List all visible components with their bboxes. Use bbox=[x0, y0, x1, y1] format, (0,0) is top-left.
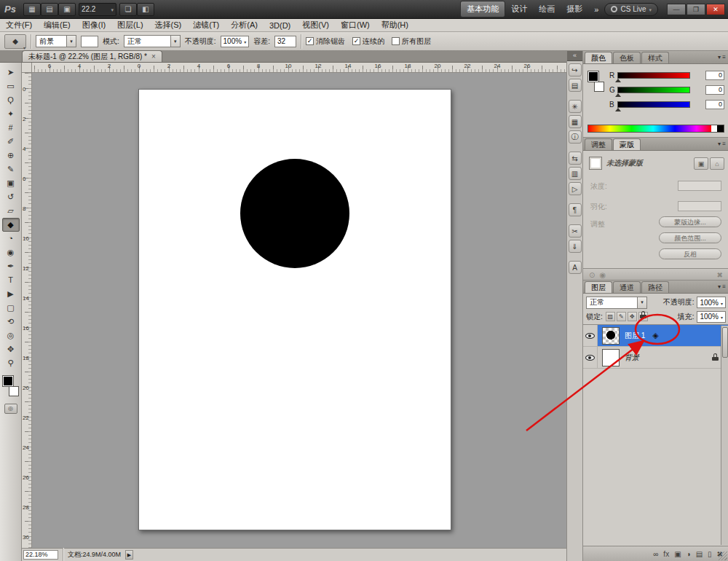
visibility-cell[interactable] bbox=[583, 347, 598, 368]
menu-item[interactable]: 图像(I) bbox=[76, 20, 111, 31]
fill-source-dropdown[interactable]: 前景 bbox=[36, 35, 76, 47]
resize-grip[interactable] bbox=[719, 552, 727, 560]
menu-item[interactable]: 图层(L) bbox=[111, 20, 149, 31]
layer-fill-field[interactable]: 100% bbox=[697, 311, 726, 323]
add-pixel-mask-icon[interactable]: ▣ bbox=[694, 157, 708, 170]
option-checkbox[interactable] bbox=[306, 37, 314, 45]
document-page[interactable] bbox=[138, 89, 451, 530]
layer-thumbnail[interactable] bbox=[602, 327, 620, 345]
workspace-button[interactable]: 绘画 bbox=[533, 1, 561, 17]
color-slider[interactable] bbox=[617, 72, 690, 79]
3d-camera-tool[interactable]: ◎ bbox=[2, 329, 20, 342]
layer-name[interactable]: 背景 bbox=[625, 353, 639, 363]
menu-item[interactable]: 滤镜(T) bbox=[187, 20, 225, 31]
info-panel-icon[interactable]: ⓘ bbox=[569, 130, 582, 144]
zoom-tool[interactable]: ⚲ bbox=[2, 356, 20, 370]
menu-item[interactable]: 文件(F) bbox=[0, 20, 38, 31]
color-spectrum-bar[interactable] bbox=[587, 125, 724, 133]
foreground-color-swatch[interactable] bbox=[3, 376, 13, 386]
workspace-button[interactable]: 设计 bbox=[505, 1, 533, 17]
dodge-tool[interactable]: ◉ bbox=[2, 246, 20, 259]
layer-opacity-field[interactable]: 100% bbox=[697, 297, 726, 308]
panel-tab[interactable]: 色板 bbox=[613, 52, 641, 63]
layer-row[interactable]: 背景 bbox=[583, 347, 728, 369]
link-layers-icon[interactable]: ∞ bbox=[653, 550, 658, 558]
type-tool[interactable]: T bbox=[2, 273, 20, 287]
paragraph-panel-icon[interactable]: ¶ bbox=[569, 203, 582, 216]
slider-thumb-icon[interactable] bbox=[615, 108, 621, 111]
adjustments-panel-icon[interactable]: ✳ bbox=[569, 100, 582, 113]
add-layer-mask-icon[interactable]: ▣ bbox=[674, 550, 681, 558]
bridge-icon[interactable]: ▦ bbox=[23, 3, 41, 16]
menu-item[interactable]: 3D(D) bbox=[264, 21, 296, 30]
panel-tab[interactable]: 路径 bbox=[641, 281, 669, 293]
history-panel-icon[interactable]: ↪ bbox=[569, 63, 582, 76]
foreground-color-swatch[interactable] bbox=[588, 71, 598, 82]
workspace-button[interactable]: 基本功能 bbox=[460, 1, 505, 17]
quick-mask-button[interactable]: ◎ bbox=[4, 404, 17, 414]
brush-tool[interactable]: ✎ bbox=[2, 162, 20, 176]
canvas-area[interactable] bbox=[32, 73, 566, 548]
path-selection-tool[interactable]: ▶ bbox=[2, 287, 20, 301]
eraser-tool[interactable]: ▱ bbox=[2, 204, 20, 218]
layer-thumbnail[interactable] bbox=[602, 349, 620, 366]
visibility-eye-icon[interactable] bbox=[585, 355, 595, 361]
eyedropper-tool[interactable]: ✐ bbox=[2, 135, 20, 149]
pen-tool[interactable]: ✒ bbox=[2, 259, 20, 273]
layer-effects-icon[interactable]: fx bbox=[663, 550, 669, 558]
blend-mode-dropdown[interactable]: 正常 bbox=[124, 35, 181, 47]
mask-refine-button[interactable]: 反相 bbox=[659, 248, 721, 259]
close-button[interactable]: ✕ bbox=[706, 4, 725, 15]
clone-stamp-tool[interactable]: ▣ bbox=[2, 176, 20, 190]
mask-delete-icon[interactable]: ✖ bbox=[717, 271, 723, 279]
lock-transparent-pixels-icon[interactable]: ▨ bbox=[606, 312, 615, 321]
pattern-swatch[interactable] bbox=[81, 36, 98, 47]
view-extras-icon[interactable]: ▣ bbox=[58, 3, 76, 16]
add-vector-mask-icon[interactable]: ⌂ bbox=[710, 157, 724, 170]
3d-rotate-tool[interactable]: ⟲ bbox=[2, 315, 20, 329]
crop-tool[interactable]: # bbox=[2, 121, 20, 135]
layer-blend-mode-dropdown[interactable]: 正常 bbox=[586, 297, 647, 309]
paint-bucket-tool[interactable]: ◆ bbox=[2, 218, 20, 232]
document-tab[interactable]: 未标题-1 @ 22.2% (图层 1, RGB/8) * × bbox=[22, 50, 162, 62]
arrange-documents-icon[interactable]: ❏ bbox=[119, 3, 137, 16]
panel-tab[interactable]: 图层 bbox=[585, 281, 612, 293]
menu-item[interactable]: 窗口(W) bbox=[335, 20, 376, 31]
hand-tool[interactable]: ✥ bbox=[2, 342, 20, 356]
quick-selection-tool[interactable]: ✦ bbox=[2, 107, 20, 121]
panel-tab[interactable]: 蒙版 bbox=[613, 138, 641, 150]
new-layer-icon[interactable]: ▯ bbox=[708, 550, 712, 558]
status-expand-button[interactable]: ▶ bbox=[125, 550, 133, 560]
mask-refine-button[interactable]: 颜色范围... bbox=[659, 232, 721, 243]
option-checkbox[interactable] bbox=[352, 37, 360, 45]
menu-item[interactable]: 视图(V) bbox=[296, 20, 335, 31]
channel-value[interactable]: 0 bbox=[705, 85, 724, 95]
panel-tab[interactable]: 调整 bbox=[585, 138, 612, 150]
lock-all-icon[interactable] bbox=[638, 312, 648, 321]
mask-apply-icon[interactable]: ◉ bbox=[599, 271, 606, 279]
lock-image-pixels-icon[interactable]: ✎ bbox=[617, 312, 626, 321]
background-color-swatch[interactable] bbox=[594, 82, 604, 92]
tool-preset-picker[interactable]: ◆ bbox=[4, 34, 26, 49]
actions-panel-icon[interactable]: A bbox=[569, 261, 582, 274]
clone-source-panel-icon[interactable]: ✂ bbox=[569, 224, 582, 238]
menu-item[interactable]: 分析(A) bbox=[225, 20, 264, 31]
slider-thumb-icon[interactable] bbox=[615, 93, 621, 97]
screen-mode-icon[interactable]: ◧ bbox=[137, 3, 154, 16]
restore-button[interactable]: ❐ bbox=[687, 4, 705, 15]
status-zoom-field[interactable]: 22.18% bbox=[23, 550, 58, 560]
shape-tool[interactable]: ▢ bbox=[2, 301, 20, 315]
visibility-eye-icon[interactable] bbox=[585, 333, 595, 339]
tolerance-field[interactable]: 32 bbox=[274, 36, 296, 47]
layer-name[interactable]: 图层 1 bbox=[625, 331, 645, 341]
panel-menu-icon[interactable] bbox=[718, 54, 726, 60]
panel-tab[interactable]: 通道 bbox=[613, 281, 641, 293]
layer-comps-panel-icon[interactable]: ▤ bbox=[569, 79, 582, 92]
option-checkbox[interactable] bbox=[392, 37, 400, 45]
color-slider[interactable] bbox=[617, 101, 690, 108]
color-slider[interactable] bbox=[617, 87, 690, 93]
animation-panel-icon[interactable]: ▷ bbox=[569, 182, 582, 195]
channels-panel-icon[interactable]: ▥ bbox=[569, 167, 582, 180]
visibility-cell[interactable] bbox=[583, 325, 598, 346]
layer-row[interactable]: 图层 1◈ bbox=[583, 325, 728, 347]
